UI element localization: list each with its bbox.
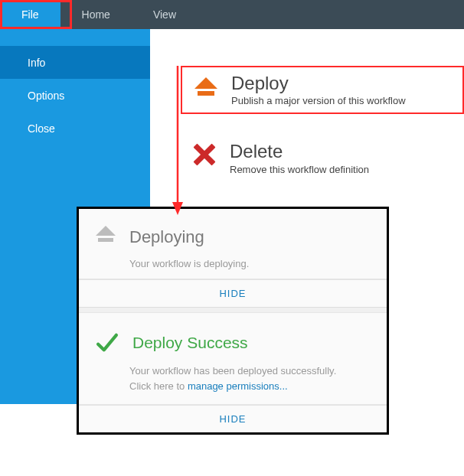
deploy-upload-icon — [193, 73, 219, 99]
sidebar-item-label: Options — [28, 90, 64, 102]
deploying-block: Deploying Your workflow is deploying. — [79, 209, 387, 279]
delete-title: Delete — [230, 142, 369, 161]
sidebar-item-label: Info — [28, 57, 45, 69]
deploy-status-card: Deploying Your workflow is deploying. HI… — [77, 207, 389, 435]
deploy-title: Deploy — [231, 73, 406, 93]
sidebar-item-label: Close — [28, 122, 55, 135]
tab-file-label: File — [21, 8, 39, 21]
sidebar-item-options[interactable]: Options — [0, 79, 150, 112]
deploying-hide-button[interactable]: HIDE — [79, 279, 387, 307]
deploying-message: Your workflow is deploying. — [129, 258, 371, 269]
hide-label: HIDE — [219, 288, 246, 299]
tab-file[interactable]: File — [0, 0, 60, 29]
sidebar-item-info[interactable]: Info — [0, 46, 150, 79]
tab-view[interactable]: View — [132, 0, 198, 29]
delete-x-icon — [191, 142, 217, 168]
tab-home[interactable]: Home — [60, 0, 132, 29]
success-check-icon — [94, 330, 120, 356]
manage-permissions-link[interactable]: manage permissions... — [188, 380, 288, 392]
top-menu-bar: File Home View — [0, 0, 464, 29]
hide-label: HIDE — [219, 413, 246, 425]
success-title: Deploy Success — [132, 334, 248, 352]
deploy-subtitle: Publish a major version of this workflow — [231, 95, 406, 106]
sidebar-item-close[interactable]: Close — [0, 112, 150, 145]
tab-view-label: View — [153, 8, 176, 21]
deploying-title: Deploying — [129, 227, 204, 247]
success-message: Your workflow has been deployed successf… — [129, 364, 359, 393]
tab-home-label: Home — [82, 8, 110, 21]
deploying-icon — [94, 226, 117, 249]
success-block: Deploy Success Your workflow has been de… — [79, 313, 387, 405]
status-separator — [79, 307, 387, 313]
delete-action[interactable]: Delete Remove this workflow definition — [181, 135, 464, 181]
success-hide-button[interactable]: HIDE — [79, 405, 387, 432]
delete-subtitle: Remove this workflow definition — [230, 164, 369, 175]
deploy-action[interactable]: Deploy Publish a major version of this w… — [181, 66, 464, 114]
